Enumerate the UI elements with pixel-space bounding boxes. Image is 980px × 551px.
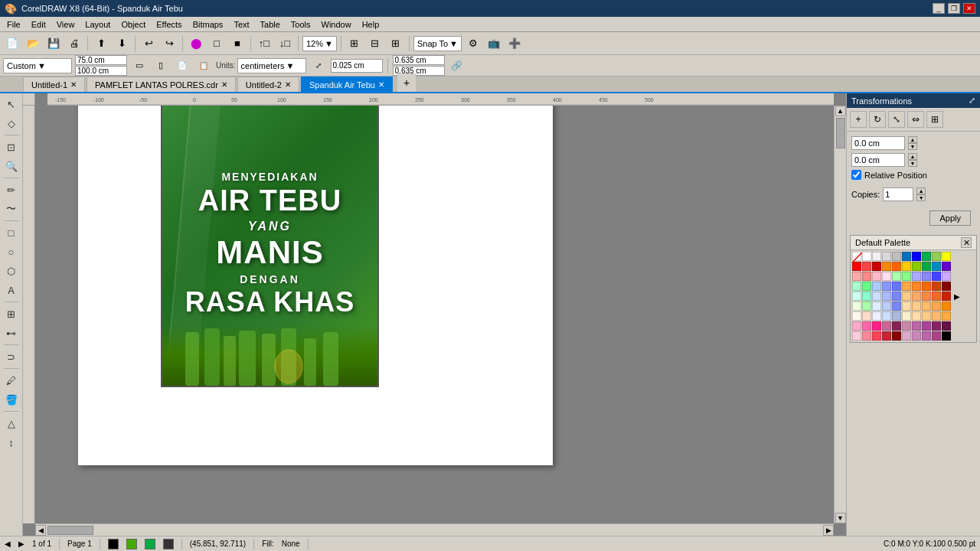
color-swatch[interactable] bbox=[852, 262, 861, 271]
new-tab-button[interactable]: + bbox=[397, 73, 416, 92]
smart-fill-tool[interactable]: △ bbox=[2, 414, 21, 432]
color-swatch[interactable] bbox=[932, 311, 941, 321]
color-swatch[interactable] bbox=[932, 252, 941, 261]
color-swatch[interactable] bbox=[922, 331, 931, 341]
color-swatch[interactable] bbox=[852, 302, 861, 311]
tab-pamflet-close[interactable]: ✕ bbox=[221, 80, 227, 89]
page-nav-next[interactable]: ▶ bbox=[18, 540, 24, 548]
color-swatch[interactable] bbox=[882, 321, 891, 331]
color-swatch[interactable] bbox=[862, 282, 871, 291]
rectangle-tool[interactable]: □ bbox=[2, 223, 21, 242]
transform-position-button[interactable]: + bbox=[850, 111, 867, 128]
color-swatch[interactable] bbox=[892, 292, 901, 301]
poster-image[interactable]: MENYEDIAKAN AIR TEBU YANG MANIS DENGAN R… bbox=[161, 106, 379, 387]
color-swatch[interactable] bbox=[912, 282, 921, 291]
color-swatch[interactable] bbox=[912, 252, 921, 261]
undo-button[interactable]: ↩ bbox=[139, 34, 158, 53]
page-settings-button[interactable]: 📄 bbox=[173, 57, 191, 75]
portrait-button[interactable]: ▭ bbox=[130, 57, 149, 75]
color-swatch[interactable] bbox=[902, 272, 911, 281]
color-swatch[interactable] bbox=[852, 272, 861, 281]
color-swatch[interactable] bbox=[922, 302, 931, 311]
tab-spanduk-close[interactable]: ✕ bbox=[378, 80, 384, 89]
add-button[interactable]: ➕ bbox=[505, 34, 524, 53]
restore-button[interactable]: ❐ bbox=[948, 3, 960, 14]
color-swatch[interactable] bbox=[882, 252, 891, 261]
swatch-none[interactable] bbox=[852, 252, 861, 261]
new-button[interactable]: 📄 bbox=[3, 34, 21, 53]
polygon-tool[interactable]: ⬡ bbox=[2, 262, 21, 280]
color-icon[interactable]: ⬤ bbox=[187, 34, 205, 53]
color-swatch[interactable] bbox=[852, 311, 861, 321]
transform-rotate-button[interactable]: ↻ bbox=[869, 111, 886, 128]
color-swatch[interactable] bbox=[872, 282, 881, 291]
tab-untitled2[interactable]: Untitled-2 ✕ bbox=[237, 77, 299, 92]
import-button[interactable]: ⬆ bbox=[92, 34, 110, 53]
color-swatch[interactable] bbox=[912, 262, 921, 271]
color-swatch[interactable] bbox=[892, 311, 901, 321]
color-swatch[interactable] bbox=[942, 252, 951, 261]
color-swatch[interactable] bbox=[912, 331, 921, 341]
tab-untitled1[interactable]: Untitled-1 ✕ bbox=[23, 77, 85, 92]
dimension-tool[interactable]: ⊷ bbox=[2, 324, 21, 342]
canvas-scroll[interactable]: MENYEDIAKAN AIR TEBU YANG MANIS DENGAN R… bbox=[47, 106, 834, 523]
vscroll-up-button[interactable]: ▲ bbox=[835, 106, 846, 116]
color-swatch[interactable] bbox=[872, 311, 881, 321]
apply-button[interactable]: Apply bbox=[929, 210, 971, 226]
color-swatch[interactable] bbox=[932, 302, 941, 311]
copies-down[interactable]: ▼ bbox=[916, 194, 926, 201]
transform-size-button[interactable]: ⊞ bbox=[926, 111, 943, 128]
color-swatch[interactable] bbox=[882, 282, 891, 291]
color-swatch[interactable] bbox=[872, 272, 881, 281]
color-swatch[interactable] bbox=[862, 262, 871, 271]
color-swatch[interactable] bbox=[932, 282, 941, 291]
color-swatch[interactable] bbox=[902, 262, 911, 271]
tab-untitled1-close[interactable]: ✕ bbox=[70, 80, 77, 89]
menu-bitmaps[interactable]: Bitmaps bbox=[188, 18, 229, 31]
color-swatch[interactable] bbox=[862, 311, 871, 321]
minimize-button[interactable]: _ bbox=[933, 3, 945, 14]
color-swatch[interactable] bbox=[852, 292, 861, 301]
freehand-tool[interactable]: ✏ bbox=[2, 181, 21, 199]
color-swatch[interactable] bbox=[932, 262, 941, 271]
color-swatch[interactable] bbox=[882, 302, 891, 311]
menu-layout[interactable]: Layout bbox=[80, 18, 116, 31]
align-left-button[interactable]: ⊞ bbox=[345, 34, 364, 53]
menu-window[interactable]: Window bbox=[316, 18, 357, 31]
tab-untitled2-close[interactable]: ✕ bbox=[285, 80, 291, 89]
palette-scroll-arrow[interactable]: ▶ bbox=[952, 291, 962, 302]
close-button[interactable]: ✕ bbox=[963, 3, 975, 14]
x-spin-buttons[interactable]: ▲ ▼ bbox=[908, 136, 917, 150]
hscroll-thumb[interactable] bbox=[47, 526, 93, 535]
transform-scale-button[interactable]: ⤡ bbox=[888, 111, 905, 128]
color-swatch[interactable] bbox=[892, 282, 901, 291]
color-swatch[interactable] bbox=[942, 272, 951, 281]
fill-tool[interactable]: 🪣 bbox=[2, 390, 21, 409]
color-swatch[interactable] bbox=[922, 262, 931, 271]
open-button[interactable]: 📂 bbox=[24, 34, 42, 53]
color-swatch[interactable] bbox=[882, 331, 891, 341]
view-outline-button[interactable]: □ bbox=[207, 34, 226, 53]
redo-button[interactable]: ↪ bbox=[160, 34, 178, 53]
color-swatch[interactable] bbox=[872, 292, 881, 301]
color-swatch[interactable] bbox=[862, 252, 871, 261]
y-spin-up[interactable]: ▲ bbox=[908, 153, 917, 160]
color-swatch[interactable] bbox=[872, 321, 881, 331]
vertical-scrollbar[interactable]: ▲ ▼ bbox=[834, 106, 846, 523]
color-swatch[interactable] bbox=[892, 262, 901, 271]
eyedropper-tool[interactable]: 🖊 bbox=[2, 371, 21, 390]
color-swatch[interactable] bbox=[942, 292, 951, 301]
color-swatch[interactable] bbox=[922, 282, 931, 291]
shape-tool[interactable]: ◇ bbox=[2, 114, 21, 132]
crop-tool[interactable]: ⊡ bbox=[2, 138, 21, 156]
color-swatch[interactable] bbox=[902, 331, 911, 341]
color-swatch[interactable] bbox=[892, 331, 901, 341]
menu-view[interactable]: View bbox=[51, 18, 80, 31]
color-swatch[interactable] bbox=[912, 272, 921, 281]
color-swatch[interactable] bbox=[902, 252, 911, 261]
color-swatch[interactable] bbox=[932, 272, 941, 281]
width-input[interactable] bbox=[75, 55, 127, 65]
menu-object[interactable]: Object bbox=[116, 18, 151, 31]
color-swatch[interactable] bbox=[882, 292, 891, 301]
color-swatch[interactable] bbox=[912, 321, 921, 331]
